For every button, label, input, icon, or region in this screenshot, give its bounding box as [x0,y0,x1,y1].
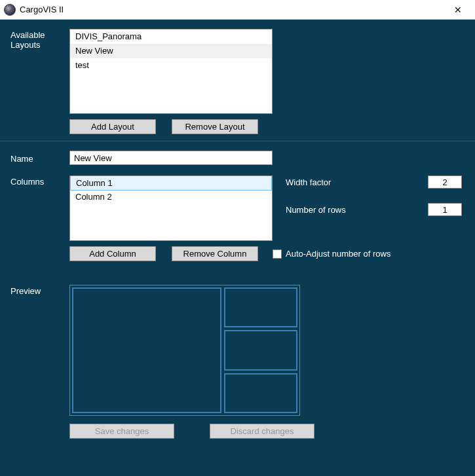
preview-cell [224,287,297,327]
app-icon [4,4,16,16]
width-factor-input[interactable] [428,175,462,189]
add-layout-button[interactable]: Add Layout [69,119,156,134]
available-layouts-label: Available Layouts [10,29,69,50]
layout-item[interactable]: test [70,58,272,73]
titlebar: CargoVIS II ✕ [0,0,475,20]
name-input[interactable] [69,151,273,165]
auto-adjust-label: Auto-Adjust number of rows [286,249,390,259]
preview-cell [224,373,297,413]
add-column-button[interactable]: Add Column [69,246,156,261]
preview-cell [224,330,297,370]
close-icon: ✕ [454,5,462,15]
columns-listbox[interactable]: Column 1 Column 2 [69,175,273,241]
save-changes-button[interactable]: Save changes [69,424,174,439]
window-title: CargoVIS II [20,5,445,14]
remove-layout-button[interactable]: Remove Layout [172,119,258,134]
preview-area [69,285,300,416]
layout-item[interactable]: DIVIS_Panorama [70,29,272,44]
name-label: Name [10,153,69,164]
column-item[interactable]: Column 2 [70,190,272,204]
close-button[interactable]: ✕ [445,1,471,19]
number-of-rows-input[interactable] [428,203,462,216]
layout-item[interactable]: New View [70,44,272,58]
number-of-rows-label: Number of rows [286,205,346,215]
layouts-listbox[interactable]: DIVIS_Panorama New View test [69,29,273,114]
preview-label: Preview [10,285,69,416]
preview-column-2 [224,287,297,413]
auto-adjust-checkbox[interactable] [273,249,282,259]
width-factor-label: Width factor [286,177,331,187]
preview-column-1 [72,287,221,413]
column-item[interactable]: Column 1 [70,175,272,191]
remove-column-button[interactable]: Remove Column [172,246,258,261]
separator [0,141,475,141]
columns-label: Columns [10,175,69,187]
discard-changes-button[interactable]: Discard changes [210,424,314,439]
